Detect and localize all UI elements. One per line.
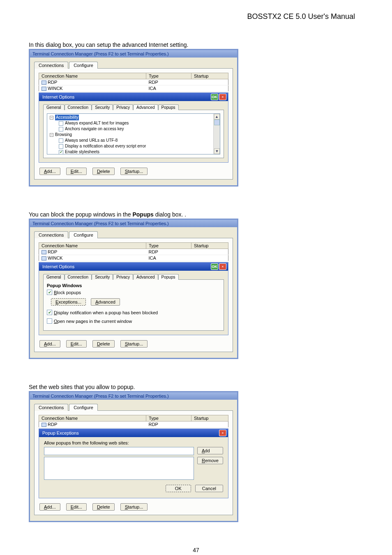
scrollbar[interactable]: ▲ ▼ xyxy=(213,114,220,154)
checkbox[interactable] xyxy=(47,318,52,324)
block-popups-row[interactable]: Block popups xyxy=(47,290,220,295)
add-button[interactable]: Add... xyxy=(39,340,60,348)
connections-table: Connection Name Type Startup RDP RDP WIN… xyxy=(39,73,228,92)
checkbox[interactable] xyxy=(59,138,63,143)
connections-table: Connection Name Type Startup RDP RDP WIN… xyxy=(39,242,228,261)
tab-security[interactable]: Security xyxy=(92,104,113,110)
advanced-tree[interactable]: ▲ ▼ −Accessibility Always expand ALT tex… xyxy=(47,113,220,154)
cell-type: RDP xyxy=(146,79,191,85)
cell-type: ICA xyxy=(146,85,191,92)
ok-button[interactable]: OK xyxy=(166,485,191,492)
tab-connection[interactable]: Connection xyxy=(65,104,92,110)
ok-button[interactable]: OK xyxy=(211,94,218,100)
tab-privacy[interactable]: Privacy xyxy=(113,104,133,110)
terminal-icon xyxy=(42,87,46,91)
cat-accessibility[interactable]: −Accessibility xyxy=(48,115,219,120)
window-title: Terminal Connection Manager (Press F2 to… xyxy=(30,50,237,58)
tab-connections[interactable]: Connections xyxy=(34,62,68,69)
tab-connections[interactable]: Connections xyxy=(34,231,68,238)
remove-site-button[interactable]: Remove xyxy=(197,457,223,464)
delete-button[interactable]: Delete xyxy=(92,340,115,348)
edit-button[interactable]: Edit... xyxy=(66,168,87,175)
checkbox[interactable] xyxy=(59,144,63,149)
checkbox[interactable] xyxy=(47,310,52,315)
dialog-title: Internet Options xyxy=(42,94,74,99)
scroll-down-icon[interactable]: ▼ xyxy=(214,148,220,154)
checkbox[interactable] xyxy=(59,121,63,126)
advanced-button[interactable]: Advanced xyxy=(91,298,120,306)
col-startup[interactable]: Startup xyxy=(191,73,228,79)
dialog-title: Internet Options xyxy=(42,264,74,269)
tab-configure[interactable]: Configure xyxy=(69,231,98,238)
collapse-icon[interactable]: − xyxy=(50,116,53,120)
checkbox[interactable] xyxy=(59,127,63,131)
ok-button[interactable]: OK xyxy=(211,263,218,270)
close-button[interactable]: × xyxy=(219,263,226,270)
startup-button[interactable]: Startup... xyxy=(120,168,148,175)
opt-stylesheets[interactable]: Enable stylesheets xyxy=(48,149,219,154)
tab-security[interactable]: Security xyxy=(92,274,113,280)
col-name[interactable]: Connection Name xyxy=(39,415,146,421)
delete-button[interactable]: Delete xyxy=(92,168,115,175)
tab-popups[interactable]: Popups xyxy=(158,104,179,110)
tab-connection[interactable]: Connection xyxy=(65,274,92,280)
tab-configure[interactable]: Configure xyxy=(69,404,98,411)
window-title: Terminal Connection Manager (Press F2 to… xyxy=(30,220,237,227)
table-row[interactable]: WINCK ICA xyxy=(39,85,228,92)
col-name[interactable]: Connection Name xyxy=(39,73,146,79)
popup-title: Popup Windows xyxy=(47,283,220,288)
terminal-icon xyxy=(42,250,46,254)
add-button[interactable]: Add... xyxy=(39,168,60,175)
delete-button[interactable]: Delete xyxy=(92,503,115,511)
table-row[interactable]: RDP RDP xyxy=(39,79,228,85)
col-type[interactable]: Type xyxy=(146,415,191,421)
tab-connections[interactable]: Connections xyxy=(34,404,68,411)
table-row[interactable]: WINCK ICA xyxy=(39,255,228,261)
tab-advanced[interactable]: Advanced xyxy=(133,274,158,280)
tab-popups[interactable]: Popups xyxy=(158,274,179,280)
internet-options-dialog: Internet Options OK × General Connection… xyxy=(39,92,228,163)
col-startup[interactable]: Startup xyxy=(191,243,228,249)
col-startup[interactable]: Startup xyxy=(191,415,228,421)
scroll-thumb[interactable] xyxy=(214,120,220,125)
terminal-icon xyxy=(42,81,46,85)
tab-general[interactable]: General xyxy=(43,274,65,280)
add-button[interactable]: Add... xyxy=(39,503,60,511)
notify-row[interactable]: Display notification when a popup has be… xyxy=(47,310,220,315)
col-type[interactable]: Type xyxy=(146,73,191,79)
checkbox[interactable] xyxy=(59,150,63,154)
add-site-button[interactable]: Add xyxy=(197,447,223,454)
site-input[interactable] xyxy=(44,447,194,455)
tab-advanced[interactable]: Advanced xyxy=(133,104,158,110)
close-button[interactable]: × xyxy=(219,94,226,100)
collapse-icon[interactable]: − xyxy=(50,133,53,137)
opt-anchors[interactable]: Anchors navigate on access key xyxy=(48,126,219,132)
table-row[interactable]: RDP RDP xyxy=(39,249,228,255)
close-button[interactable]: × xyxy=(219,430,226,436)
opt-alt-text[interactable]: Always expand ALT text for images xyxy=(48,120,219,126)
cancel-button[interactable]: Cancel xyxy=(195,485,223,492)
caption-popups: You can block the popup windows in the P… xyxy=(29,211,363,218)
scroll-up-icon[interactable]: ▲ xyxy=(214,114,220,120)
edit-button[interactable]: Edit... xyxy=(66,340,87,348)
col-type[interactable]: Type xyxy=(146,243,191,249)
edit-button[interactable]: Edit... xyxy=(66,503,87,511)
terminal-icon xyxy=(42,256,46,260)
col-name[interactable]: Connection Name xyxy=(39,243,146,249)
tab-general[interactable]: General xyxy=(43,104,65,110)
cat-browsing[interactable]: −Browsing xyxy=(48,132,219,138)
startup-button[interactable]: Startup... xyxy=(120,503,148,511)
tab-privacy[interactable]: Privacy xyxy=(113,274,133,280)
tab-configure[interactable]: Configure xyxy=(69,62,98,69)
popup-exceptions-dialog: Popup Exceptions × Allow popups from the… xyxy=(39,428,228,498)
open-new-row[interactable]: Open new pages in the current window xyxy=(47,318,220,324)
table-row[interactable]: RDP RDP xyxy=(39,421,228,428)
sites-listbox[interactable] xyxy=(44,457,194,480)
checkbox[interactable] xyxy=(47,290,52,295)
opt-utf8[interactable]: Always send URLs as UTF-8 xyxy=(48,138,219,143)
startup-button[interactable]: Startup... xyxy=(120,340,148,348)
exceptions-button[interactable]: Exceptions... xyxy=(51,298,86,306)
tcm-window-3: Terminal Connection Manager (Press F2 to… xyxy=(29,391,238,522)
exceptions-label: Allow popups from the following web site… xyxy=(44,440,223,445)
opt-script-error[interactable]: Display a notification about every scrip… xyxy=(48,143,219,149)
